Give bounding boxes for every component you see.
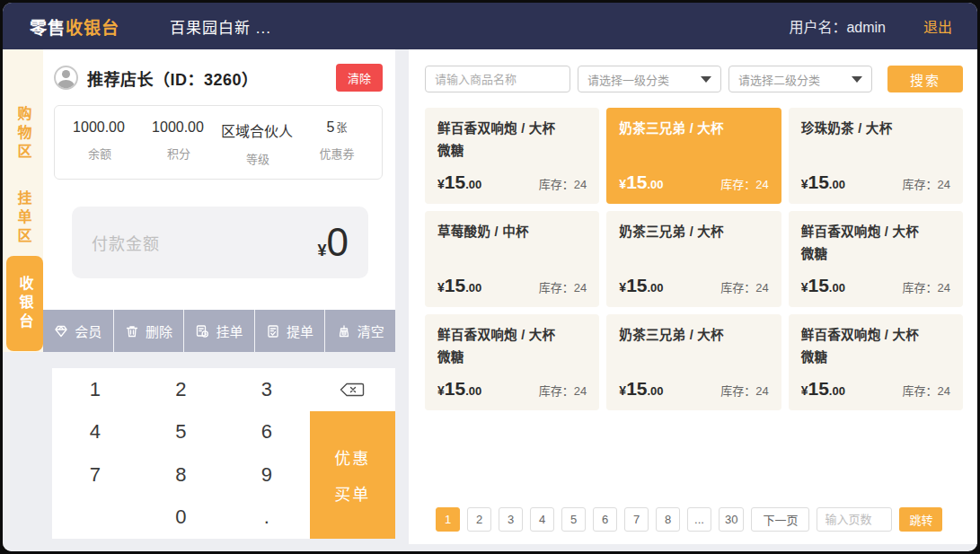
currency-symbol: ¥: [619, 383, 626, 398]
pagination: 1 2 3 4 5 6 7 8 ... 30 下一页 跳转: [436, 507, 942, 532]
search-row: 请选择一级分类 请选择二级分类 搜索: [425, 66, 963, 92]
backspace-icon: [339, 382, 366, 398]
stat-level: 区域合伙人 等级: [218, 119, 297, 167]
stat-level-label: 等级: [218, 150, 297, 167]
product-card[interactable]: 鲜百香双响炮 / 大杯微糖 ¥15.00库存：24: [425, 314, 599, 410]
currency-symbol: ¥: [437, 280, 445, 295]
stat-points-label: 积分: [139, 145, 218, 162]
cashier-column: 推荐店长（ID：3260） 清除 1000.00 余额 1000.00 积分 区…: [43, 49, 395, 551]
key-4[interactable]: 4: [52, 411, 138, 454]
key-dot[interactable]: .: [224, 497, 310, 540]
retrieve-order-button[interactable]: 提单: [255, 310, 326, 352]
delete-button[interactable]: 删除: [114, 310, 185, 352]
key-8[interactable]: 8: [138, 453, 225, 497]
sidebar-tab-shopping[interactable]: 购物区: [3, 92, 43, 175]
currency-symbol: ¥: [619, 280, 626, 295]
clear-member-button[interactable]: 清除: [336, 64, 383, 92]
stat-coupons: 5张 优惠券: [297, 119, 376, 167]
currency-symbol: ¥: [801, 383, 808, 398]
store-selector[interactable]: 百果园白新 ...: [170, 15, 271, 38]
stat-coupons-value: 5: [327, 119, 335, 135]
key-0[interactable]: 0: [138, 497, 225, 540]
page-number-input[interactable]: [817, 507, 892, 532]
username-label: 用户名：admin: [789, 15, 886, 37]
key-2[interactable]: 2: [138, 368, 225, 411]
stock-label: 库存：24: [539, 175, 587, 192]
key-3[interactable]: 3: [224, 368, 310, 411]
currency-symbol: ¥: [619, 177, 626, 191]
retrieve-order-icon: [266, 324, 280, 339]
product-card[interactable]: 草莓酸奶 / 中杯 ¥15.00库存：24: [425, 211, 599, 307]
member-name: 推荐店长（ID：3260）: [87, 66, 259, 90]
stock-label: 库存：24: [903, 175, 950, 192]
stat-coupons-label: 优惠券: [297, 145, 376, 162]
key-9[interactable]: 9: [224, 453, 310, 497]
brand-cashier: 收银台: [66, 19, 119, 38]
numeric-keypad: 1 2 3 4 5 6 7 8 9 0 . 优惠 买单: [52, 368, 395, 539]
broom-icon: [337, 324, 351, 339]
page-button-3[interactable]: 3: [499, 507, 523, 532]
discount-pay-button[interactable]: 优惠 买单: [310, 411, 396, 540]
page-button-6[interactable]: 6: [593, 507, 617, 532]
logout-button[interactable]: 退出: [923, 15, 952, 37]
currency-symbol: ¥: [318, 242, 327, 260]
stock-label: 库存：24: [539, 382, 587, 399]
member-button[interactable]: 会员: [43, 310, 114, 352]
sidebar-tab-held-orders[interactable]: 挂单区: [3, 177, 43, 259]
page-button-5[interactable]: 5: [561, 507, 586, 532]
stock-label: 库存：24: [903, 278, 950, 295]
stock-label: 库存：24: [539, 278, 587, 295]
page-button-7[interactable]: 7: [624, 507, 649, 532]
product-panel: 请选择一级分类 请选择二级分类 搜索 鲜百香双响炮 / 大杯微糖 ¥15.00库…: [409, 49, 977, 544]
product-name-input[interactable]: [425, 66, 570, 92]
stock-label: 库存：24: [720, 175, 768, 192]
page-button-1[interactable]: 1: [436, 507, 460, 532]
topbar-right: 用户名：admin 退出: [789, 15, 952, 37]
page-button-8[interactable]: 8: [656, 507, 680, 532]
stat-points: 1000.00 积分: [139, 119, 218, 167]
key-1[interactable]: 1: [52, 368, 138, 411]
currency-symbol: ¥: [801, 280, 808, 295]
topbar: 零售收银台 百果园白新 ... 用户名：admin 退出: [3, 3, 977, 49]
next-page-button[interactable]: 下一页: [751, 507, 809, 532]
sidebar-tab-cashier-active[interactable]: 收银台: [6, 256, 43, 351]
jump-button[interactable]: 跳转: [899, 507, 942, 532]
chevron-down-icon: [701, 76, 711, 83]
member-stats-card: 1000.00 余额 1000.00 积分 区域合伙人 等级 5张 优惠券: [54, 105, 383, 180]
stat-level-value: 区域合伙人: [221, 124, 293, 139]
payment-value: ¥ 0: [318, 223, 349, 262]
category1-select[interactable]: 请选择一级分类: [578, 66, 721, 92]
product-card[interactable]: 鲜百香双响炮 / 大杯微糖 ¥15.00库存：24: [789, 314, 963, 410]
stat-points-value: 1000.00: [152, 119, 204, 135]
product-card[interactable]: 奶茶三兄弟 / 大杯 ¥15.00库存：24: [606, 211, 781, 307]
backspace-key[interactable]: [310, 368, 396, 411]
page-button-4[interactable]: 4: [530, 507, 554, 532]
page-ellipsis[interactable]: ...: [687, 507, 711, 532]
keypad-zone: 1 2 3 4 5 6 7 8 9 0 . 优惠 买单: [43, 352, 395, 551]
key-7[interactable]: 7: [52, 453, 138, 497]
product-card-selected[interactable]: 奶茶三兄弟 / 大杯 ¥15.00库存：24: [606, 108, 781, 204]
currency-symbol: ¥: [801, 177, 808, 191]
product-card[interactable]: 鲜百香双响炮 / 大杯微糖 ¥15.00库存：24: [789, 211, 963, 307]
clear-cart-button[interactable]: 清空: [325, 310, 395, 352]
hold-order-button[interactable]: 挂单: [184, 310, 255, 352]
product-card[interactable]: 奶茶三兄弟 / 大杯 ¥15.00库存：24: [606, 314, 781, 410]
diamond-icon: [54, 324, 68, 339]
search-button[interactable]: 搜索: [887, 66, 963, 92]
category2-select[interactable]: 请选择二级分类: [728, 66, 872, 92]
page-button-30[interactable]: 30: [719, 507, 744, 532]
product-card[interactable]: 鲜百香双响炮 / 大杯微糖 ¥15.00库存：24: [425, 108, 599, 204]
payment-amount-field[interactable]: 付款金额 ¥ 0: [72, 207, 368, 278]
stat-balance-label: 余额: [60, 145, 139, 162]
member-avatar-icon: [54, 66, 78, 90]
main-area: 购物区 挂单区 收银台 推荐店长（ID：3260） 清除 1000.00 余额: [3, 49, 977, 551]
key-6[interactable]: 6: [224, 411, 310, 454]
member-row: 推荐店长（ID：3260） 清除: [54, 64, 383, 92]
hold-order-icon: [195, 324, 209, 339]
page-button-2[interactable]: 2: [467, 507, 491, 532]
stock-label: 库存：24: [720, 382, 768, 399]
stat-balance-value: 1000.00: [73, 119, 125, 135]
key-5[interactable]: 5: [138, 411, 225, 454]
product-card[interactable]: 珍珠奶茶 / 大杯 ¥15.00库存：24: [789, 108, 963, 204]
payment-amount: 0: [327, 223, 349, 262]
